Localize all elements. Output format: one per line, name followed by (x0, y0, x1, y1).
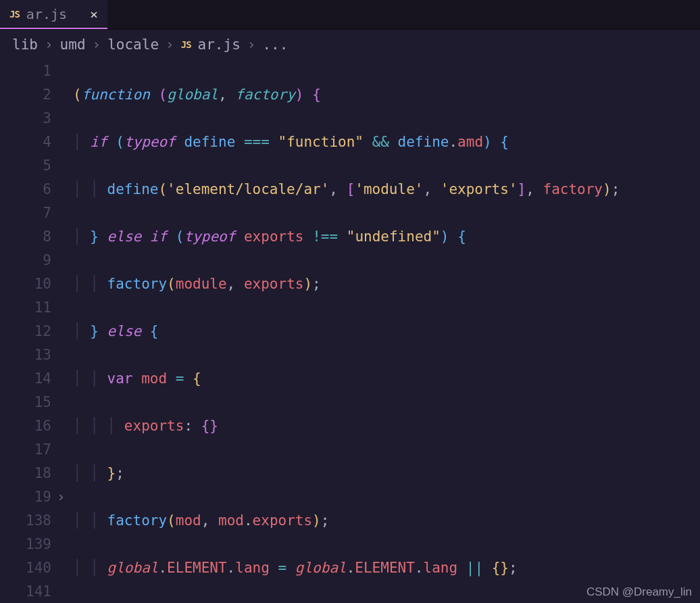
line-number: 14 (0, 367, 51, 391)
breadcrumb-tail[interactable]: ... (262, 37, 288, 53)
breadcrumb-seg-lib[interactable]: lib (12, 37, 38, 53)
line-number: 4 (0, 130, 51, 154)
code-content[interactable]: (function (global, factory) { │ if (type… (73, 59, 700, 603)
fold-column: › (57, 59, 73, 603)
breadcrumb-file[interactable]: ar.js (198, 37, 241, 53)
line-number: 3 (0, 107, 51, 130)
line-number: 10 (0, 272, 51, 296)
line-number: 1 (0, 59, 51, 83)
line-number: 18 (0, 462, 51, 485)
breadcrumb-seg-umd[interactable]: umd (60, 37, 86, 53)
breadcrumb: lib › umd › locale › JS ar.js › ... (0, 30, 700, 59)
chevron-right-icon: › (45, 37, 53, 53)
line-number: 12 (0, 320, 51, 343)
close-icon[interactable]: × (90, 6, 98, 22)
code-editor[interactable]: 1234567891011121314151617181913813914014… (0, 59, 700, 603)
line-number-gutter: 1234567891011121314151617181913813914014… (0, 59, 57, 603)
line-number: 17 (0, 438, 51, 462)
chevron-right-icon[interactable]: › (57, 485, 73, 509)
chevron-right-icon: › (93, 37, 101, 53)
line-number: 6 (0, 178, 51, 201)
line-number: 8 (0, 225, 51, 249)
line-number: 13 (0, 343, 51, 367)
line-number: 139 (0, 533, 51, 556)
chevron-right-icon: › (247, 37, 256, 53)
watermark: CSDN @Dreamy_lin (586, 585, 692, 599)
line-number: 140 (0, 556, 51, 580)
line-number: 5 (0, 154, 51, 178)
js-icon: JS (181, 39, 191, 50)
line-number: 7 (0, 201, 51, 225)
tab-ar-js[interactable]: JS ar.js × (0, 0, 107, 29)
breadcrumb-seg-locale[interactable]: locale (107, 37, 159, 53)
tab-bar: JS ar.js × (0, 0, 700, 30)
tab-label: ar.js (26, 6, 67, 22)
js-icon: JS (9, 9, 20, 20)
chevron-right-icon: › (166, 37, 174, 53)
line-number: 138 (0, 509, 51, 533)
line-number: 19 (0, 485, 51, 509)
line-number: 9 (0, 249, 51, 272)
line-number: 15 (0, 391, 51, 414)
line-number: 141 (0, 580, 51, 603)
line-number: 11 (0, 296, 51, 320)
line-number: 2 (0, 83, 51, 107)
line-number: 16 (0, 414, 51, 438)
